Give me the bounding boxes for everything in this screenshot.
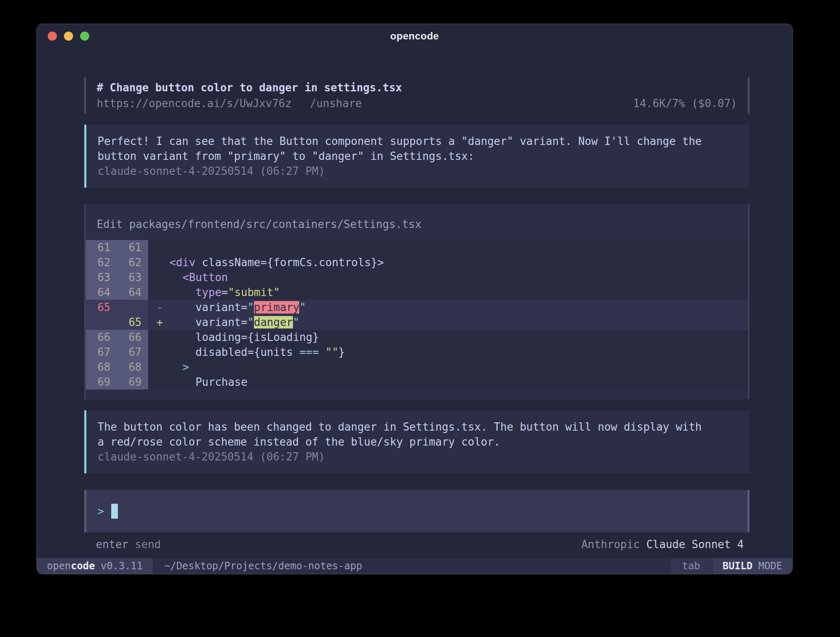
diff-row: 6464 type="submit" (86, 285, 748, 300)
diff-code-line: <Button (148, 270, 748, 285)
message-line: The button color has been changed to dan… (98, 419, 738, 434)
message-meta: claude-sonnet-4-20250514 (06:27 PM) (98, 164, 738, 179)
deletion-marker: - (156, 300, 163, 315)
old-line-number: 61 (86, 240, 117, 255)
diff-code-line: disabled={units === ""} (148, 345, 748, 360)
session-title: # Change button color to danger in setti… (97, 80, 737, 96)
diff-row: 6969 Purchase (86, 375, 748, 390)
unshare-command[interactable]: /unshare (310, 97, 362, 110)
old-line-number: 63 (86, 270, 117, 285)
edit-tool-title: Edit packages/frontend/src/containers/Se… (86, 217, 748, 232)
old-line-number: 62 (86, 255, 117, 270)
old-line-number: 67 (86, 345, 117, 360)
old-line-number: 64 (86, 285, 117, 300)
titlebar: opencode (37, 24, 792, 48)
message-meta: claude-sonnet-4-20250514 (06:27 PM) (98, 449, 738, 464)
working-directory: ~/Desktop/Projects/demo-notes-app (164, 558, 362, 574)
new-line-number: 66 (117, 330, 148, 345)
diff-code-line: - variant="primary" (148, 300, 748, 315)
diff-row: 6161 (86, 240, 748, 255)
hint-row: enter send Anthropic Claude Sonnet 4 (84, 537, 750, 551)
prompt-input[interactable]: > (84, 490, 750, 532)
diff-code-line (148, 240, 748, 255)
message-line: Perfect! I can see that the Button compo… (98, 134, 738, 149)
diff-code-line: <div className={formCs.controls}> (148, 255, 748, 270)
context-stats: 14.6K/7% ($0.07) (633, 96, 737, 111)
message-line: button variant from "primary" to "danger… (98, 149, 738, 164)
minimize-button[interactable] (64, 32, 73, 41)
diff-code-line: Purchase (148, 375, 748, 390)
new-line-number: 61 (117, 240, 148, 255)
edit-tool-block: Edit packages/frontend/src/containers/Se… (84, 204, 750, 399)
tab-key-hint[interactable]: tab (671, 558, 712, 574)
window-title: opencode (390, 30, 439, 42)
main-content: # Change button color to danger in setti… (37, 48, 792, 558)
diff-code-line: > (148, 360, 748, 375)
old-line-number: 65 (86, 300, 117, 315)
new-line-number: 62 (117, 255, 148, 270)
text-cursor (111, 504, 118, 519)
assistant-message-2: The button color has been changed to dan… (84, 410, 750, 473)
diff-row: 6363 <Button (86, 270, 748, 285)
new-line-number (117, 300, 148, 315)
session-header: # Change button color to danger in setti… (84, 77, 750, 114)
diff-code-line: loading={isLoading} (148, 330, 748, 345)
old-line-number: 68 (86, 360, 117, 375)
old-line-number: 69 (86, 375, 117, 390)
model-indicator: Anthropic Claude Sonnet 4 (581, 537, 744, 551)
diff-row: 6666 loading={isLoading} (86, 330, 748, 345)
diff-code-line: + variant="danger" (148, 315, 748, 330)
status-bar: opencodev0.3.11 ~/Desktop/Projects/demo-… (37, 558, 792, 574)
message-line: a red/rose color scheme instead of the b… (98, 434, 738, 449)
diff-row: 6262 <div className={formCs.controls}> (86, 255, 748, 270)
share-url[interactable]: https://opencode.ai/s/UwJxv76z (97, 97, 292, 110)
send-hint: enter send (96, 537, 161, 551)
old-line-number: 66 (86, 330, 117, 345)
addition-marker: + (156, 315, 163, 330)
new-line-number: 64 (117, 285, 148, 300)
new-line-number: 67 (117, 345, 148, 360)
mode-indicator: BUILDMODE (712, 558, 792, 574)
assistant-message-1: Perfect! I can see that the Button compo… (84, 125, 750, 188)
traffic-lights (48, 24, 89, 48)
opencode-window: opencode # Change button color to danger… (37, 24, 793, 574)
new-line-number: 69 (117, 375, 148, 390)
new-line-number: 63 (117, 270, 148, 285)
diff-code-line: type="submit" (148, 285, 748, 300)
diff-view: 61616262 <div className={formCs.controls… (86, 240, 748, 390)
new-line-number: 68 (117, 360, 148, 375)
close-button[interactable] (48, 32, 57, 41)
new-line-number: 65 (117, 315, 148, 330)
diff-row: 6868 > (86, 360, 748, 375)
prompt-symbol: > (98, 505, 104, 517)
session-subheader: https://opencode.ai/s/UwJxv76z/unshare 1… (97, 96, 737, 111)
old-line-number (86, 315, 117, 330)
diff-row: 65+ variant="danger" (86, 315, 748, 330)
app-version-chip: opencodev0.3.11 (37, 558, 153, 574)
zoom-button[interactable] (80, 32, 89, 41)
diff-row: 6767 disabled={units === ""} (86, 345, 748, 360)
diff-row: 65- variant="primary" (86, 300, 748, 315)
